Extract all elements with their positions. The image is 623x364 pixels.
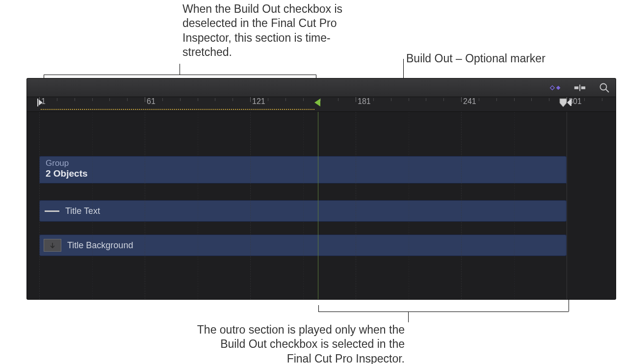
ruler-tick-minor bbox=[514, 98, 515, 101]
ruler-tick-minor bbox=[127, 98, 128, 101]
svg-rect-0 bbox=[574, 86, 578, 89]
callout-bracket bbox=[44, 75, 316, 75]
build-out-marker[interactable] bbox=[313, 98, 321, 107]
trim-tool-icon[interactable] bbox=[573, 82, 586, 94]
ruler-tick-minor bbox=[75, 98, 75, 101]
timeline-ruler[interactable]: 161121181241301 bbox=[27, 97, 616, 112]
build-out-line bbox=[318, 112, 318, 299]
svg-line-4 bbox=[606, 89, 609, 92]
ruler-label: 241 bbox=[463, 97, 476, 106]
ruler-label: 121 bbox=[252, 97, 265, 106]
zoom-icon[interactable] bbox=[598, 82, 611, 94]
ruler-tick-minor bbox=[57, 98, 57, 101]
ruler-tick-minor bbox=[233, 98, 233, 101]
grid-line bbox=[198, 112, 198, 299]
grid-line bbox=[409, 112, 409, 299]
grid-line bbox=[461, 112, 462, 299]
grid-line bbox=[92, 112, 93, 299]
grid-line bbox=[145, 112, 145, 299]
text-thumb-icon bbox=[45, 210, 59, 212]
timeline-track-area[interactable]: Group 2 Objects Title Text Title Backgro… bbox=[27, 112, 616, 299]
ruler-tick-minor bbox=[180, 98, 181, 101]
timeline-toolbar bbox=[27, 78, 616, 97]
ruler-tick-minor bbox=[584, 98, 585, 101]
ruler-tick-minor bbox=[426, 98, 426, 101]
grid-line bbox=[250, 112, 251, 299]
callout-bracket-end bbox=[318, 305, 319, 312]
ruler-tick-minor bbox=[338, 98, 338, 101]
ruler-start-marker[interactable] bbox=[37, 98, 45, 107]
timeline-panel: 161121181241301 bbox=[27, 78, 616, 299]
ruler-label: 61 bbox=[147, 97, 156, 106]
svg-rect-2 bbox=[579, 84, 580, 91]
grid-line bbox=[303, 112, 304, 299]
ruler-tick-major bbox=[461, 97, 462, 102]
ruler-tick-minor bbox=[303, 98, 304, 101]
ruler-tick-major bbox=[145, 97, 145, 102]
track-label: Title Text bbox=[59, 206, 100, 216]
callout-bracket bbox=[318, 312, 569, 312]
svg-point-3 bbox=[600, 83, 607, 90]
ruler-tick-minor bbox=[286, 98, 286, 101]
ruler-tick-minor bbox=[602, 98, 602, 101]
callout-leader bbox=[569, 299, 569, 305]
callout-leader bbox=[408, 312, 409, 322]
callout-leader bbox=[180, 64, 180, 75]
track-label: Title Background bbox=[61, 240, 133, 251]
ruler-tick-minor bbox=[496, 98, 497, 101]
ruler-tick-major bbox=[356, 97, 356, 102]
svg-rect-1 bbox=[581, 86, 585, 89]
ruler-tick-minor bbox=[162, 98, 163, 101]
grid-line bbox=[567, 112, 567, 299]
ruler-tick-minor bbox=[479, 98, 479, 101]
ruler-tick-minor bbox=[198, 98, 198, 101]
annotation-top-right: Build Out – Optional marker bbox=[406, 52, 583, 66]
grid-line bbox=[356, 112, 356, 299]
ruler-label: 181 bbox=[358, 97, 371, 106]
svg-rect-6 bbox=[571, 99, 571, 106]
ruler-tick-minor bbox=[391, 98, 391, 101]
ruler-tick-minor bbox=[215, 98, 215, 101]
play-range-indicator bbox=[41, 109, 314, 110]
svg-rect-5 bbox=[37, 99, 38, 106]
annotation-top-left: When the Build Out checkbox is deselecte… bbox=[182, 2, 349, 60]
annotation-bottom: The outro section is played only when th… bbox=[194, 323, 405, 364]
ruler-tick-minor bbox=[549, 98, 549, 101]
keyframe-tool-icon[interactable] bbox=[549, 82, 562, 94]
callout-bracket-end bbox=[569, 305, 569, 312]
ruler-tick-major bbox=[250, 97, 251, 102]
grid-line bbox=[39, 112, 40, 299]
ruler-tick-minor bbox=[373, 98, 374, 101]
image-thumb-icon bbox=[44, 239, 61, 252]
ruler-tick-minor bbox=[409, 98, 409, 101]
grid-line bbox=[514, 112, 515, 299]
end-marker[interactable] bbox=[559, 98, 571, 108]
ruler-tick-minor bbox=[92, 98, 93, 101]
ruler-tick-minor bbox=[531, 98, 532, 101]
ruler-tick-minor bbox=[443, 98, 444, 101]
ruler-tick-minor bbox=[268, 98, 268, 101]
callout-leader bbox=[403, 59, 404, 78]
ruler-tick-minor bbox=[109, 98, 110, 101]
